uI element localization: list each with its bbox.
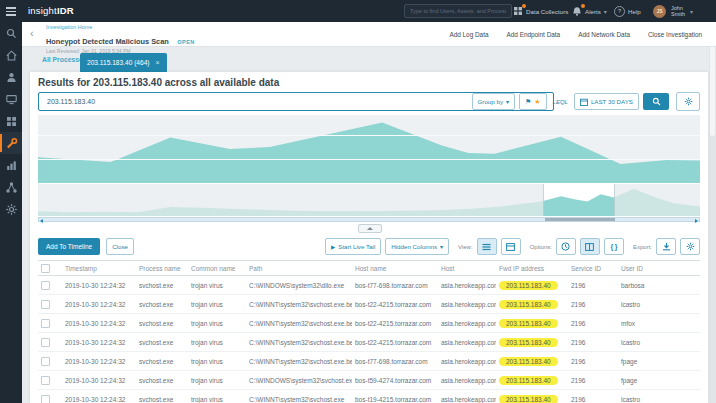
close-icon[interactable]: × <box>156 59 160 66</box>
scroll-right-arrow-icon[interactable] <box>695 219 698 223</box>
option-columns-button[interactable] <box>580 238 600 255</box>
col-process-name[interactable]: Process name <box>136 261 188 276</box>
global-search-input[interactable] <box>404 4 512 18</box>
sidebar-item-investigations[interactable] <box>0 132 22 154</box>
nav-alerts[interactable]: Alerts ▾ <box>572 0 607 22</box>
gear-icon <box>684 97 693 106</box>
cell-fwd-ip: 203.115.183.40 <box>496 295 568 314</box>
col-user-id[interactable]: User ID <box>618 261 700 276</box>
sidebar-item-search[interactable] <box>0 22 22 44</box>
row-checkbox[interactable] <box>41 395 50 403</box>
query-settings-button[interactable] <box>676 92 700 111</box>
sidebar-item-assets[interactable] <box>0 110 22 132</box>
play-icon: ▶ <box>331 244 335 250</box>
back-chevron-icon[interactable]: ‹ <box>30 27 34 39</box>
sidebar-item-settings[interactable] <box>0 198 22 220</box>
add-endpoint-data-button[interactable]: Add Endpoint Data <box>506 31 560 38</box>
date-range-button[interactable]: LAST 30 DAYS <box>574 93 639 110</box>
table-row[interactable]: 2019-10-30 12:24:32svchost.exetrojan vir… <box>38 276 700 295</box>
sidebar-item-home[interactable] <box>0 44 22 66</box>
timeline-selection[interactable] <box>544 184 614 216</box>
status-badge: OPEN <box>177 39 194 45</box>
col-host-name[interactable]: Host name <box>352 261 438 276</box>
collapse-chart-button[interactable] <box>358 224 382 233</box>
group-by-button[interactable]: Group by▾ <box>472 93 515 110</box>
add-log-data-button[interactable]: Add Log Data <box>449 31 488 38</box>
user-menu[interactable]: JS JohnSmith ▾ <box>653 0 693 22</box>
table-row[interactable]: 2019-10-30 12:24:32svchost.exetrojan vir… <box>38 390 700 403</box>
cell-host-name: bos-t77-698.torrazar.com <box>352 276 438 295</box>
run-search-button[interactable] <box>643 93 669 110</box>
highlighted-ip: 203.115.183.40 <box>499 376 558 385</box>
cell-host: asia.herokeapp.com <box>438 371 496 390</box>
export-settings-button[interactable] <box>680 238 700 255</box>
wrench-icon <box>5 137 18 150</box>
highlighted-ip: 203.115.183.40 <box>499 357 558 366</box>
notification-dot <box>581 4 585 8</box>
row-checkbox[interactable] <box>41 281 50 290</box>
table-row[interactable]: 2019-10-30 12:24:32svchost.exetrojan vir… <box>38 295 700 314</box>
sidebar-item-reports[interactable] <box>0 154 22 176</box>
cell-host-name: bos-t22-4215.torrazar.com <box>352 295 438 314</box>
scroll-left-arrow-icon[interactable] <box>40 219 43 223</box>
cell-host-name: bos-t19-4215.torrazar.com <box>352 390 438 403</box>
tab-ip-results[interactable]: 203.115.183.40 (464) × <box>80 53 167 72</box>
select-all-checkbox[interactable] <box>41 264 50 273</box>
cell-host: asia.herokeapp.com <box>438 314 496 333</box>
row-checkbox[interactable] <box>41 300 50 309</box>
nav-help[interactable]: ? Help <box>614 0 641 22</box>
row-checkbox[interactable] <box>41 319 50 328</box>
app-logo[interactable]: insightIDR <box>28 5 74 16</box>
row-checkbox[interactable] <box>41 376 50 385</box>
sidebar-item-endpoints[interactable] <box>0 88 22 110</box>
table-row[interactable]: 2019-10-30 12:24:32svchost.exetrojan vir… <box>38 333 700 352</box>
caret-up-icon <box>367 227 373 230</box>
table-row[interactable]: 2019-10-30 12:24:32svchost.exetrojan vir… <box>38 314 700 333</box>
hidden-columns-button[interactable]: Hidden Columns▾ <box>385 238 449 255</box>
col-service-id[interactable]: Service ID <box>568 261 618 276</box>
col-timestamp[interactable]: Timestamp <box>62 261 136 276</box>
add-network-data-button[interactable]: Add Network Data <box>578 31 630 38</box>
events-area-chart[interactable] <box>38 115 700 183</box>
col-common-name[interactable]: Common name <box>188 261 246 276</box>
page-scrollbar[interactable] <box>709 22 716 403</box>
query-language-toggle[interactable]: LEQL <box>551 99 570 105</box>
menu-icon[interactable] <box>6 7 16 18</box>
timeline-overview[interactable] <box>38 184 700 216</box>
export-label: Export: <box>633 244 652 250</box>
view-list-button[interactable] <box>477 238 497 255</box>
search-icon <box>5 27 18 40</box>
option-time-button[interactable] <box>556 238 576 255</box>
flag-icon: ⚑ <box>525 98 531 106</box>
table-row[interactable]: 2019-10-30 12:24:32svchost.exetrojan vir… <box>38 352 700 371</box>
star-icon: ★ <box>534 98 540 106</box>
highlighted-ip: 203.115.183.40 <box>499 300 558 309</box>
timeline-scrollbar[interactable] <box>38 217 700 222</box>
cell-timestamp: 2019-10-30 12:24:32 <box>62 314 136 333</box>
page-title: Results for 203.115.183.40 across all av… <box>38 77 279 88</box>
gear-icon <box>5 203 18 216</box>
col-host[interactable]: Host <box>438 261 496 276</box>
table-row[interactable]: 2019-10-30 12:24:32svchost.exetrojan vir… <box>38 371 700 390</box>
cell-host: asia.herokeapp.com <box>438 352 496 371</box>
export-download-button[interactable] <box>656 238 676 255</box>
start-live-tail-button[interactable]: ▶Start Live Tail <box>325 238 381 255</box>
sidebar-item-network[interactable] <box>0 176 22 198</box>
nav-data-collectors[interactable]: Data Collectors <box>513 0 568 22</box>
row-checkbox[interactable] <box>41 357 50 366</box>
col-fwd-ip[interactable]: Fwd IP address <box>496 261 568 276</box>
row-checkbox[interactable] <box>41 338 50 347</box>
sidebar-item-users[interactable] <box>0 66 22 88</box>
cell-path: C:\WINNT\system32\svchost.exe <box>246 390 352 403</box>
user-name: JohnSmith <box>671 5 685 17</box>
close-button[interactable]: Close <box>106 238 134 255</box>
view-table-button[interactable] <box>501 238 521 255</box>
view-label: View: <box>458 244 473 250</box>
add-to-timeline-button[interactable]: Add To Timeline <box>38 238 100 255</box>
col-path[interactable]: Path <box>246 261 352 276</box>
close-investigation-button[interactable]: Close Investigation <box>648 31 702 38</box>
cell-path: C:\WINDOWS\system32\dllo.exe <box>246 276 352 295</box>
timeline-scrollbar-thumb[interactable] <box>545 218 615 221</box>
option-json-button[interactable]: { } <box>604 238 624 255</box>
saved-queries-button[interactable]: ⚑★ <box>519 93 547 110</box>
